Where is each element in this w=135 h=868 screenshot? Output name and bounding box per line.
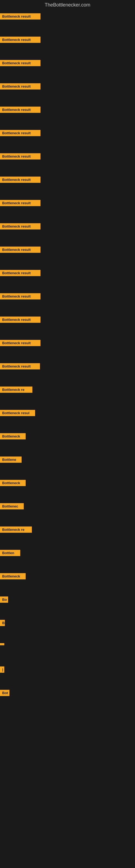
bottleneck-result-label: Bottleneck result (0, 60, 41, 66)
list-item: Bottleneck result (0, 221, 135, 244)
list-item: Bottleneck result (0, 34, 135, 58)
bottleneck-result-label: Bottleneck (0, 573, 26, 579)
bottleneck-result-label: Bottleneck result (0, 37, 41, 43)
bottleneck-result-label: Bottleneck result (0, 13, 41, 20)
list-item (0, 641, 135, 664)
bottleneck-result-label: Bottleneck (0, 480, 26, 486)
list-item: Bottleneck result (0, 11, 135, 34)
bottleneck-result-label: Bottleneck result (0, 340, 41, 346)
list-item: Bottlene (0, 454, 135, 478)
list-item: Bottleneck result (0, 58, 135, 81)
list-item: Bottleneck re (0, 384, 135, 408)
bottleneck-result-label: Bottleneck result (0, 316, 41, 323)
list-item: Bottleneck result (0, 128, 135, 151)
bottleneck-result-label: | (0, 666, 4, 673)
list-item: Bottleneck result (0, 361, 135, 384)
list-item: Bottleneck (0, 478, 135, 501)
list-item: Bottleneck (0, 431, 135, 454)
list-item: Bottleneck result (0, 198, 135, 221)
list-item: Bottleneck resul (0, 408, 135, 431)
list-item: Bottleneck result (0, 175, 135, 198)
bottleneck-result-label: Bottlenec (0, 503, 24, 509)
list-item: Bottlen (0, 548, 135, 571)
bottleneck-result-label (0, 643, 4, 645)
list-item: Bottleneck result (0, 338, 135, 361)
bottleneck-result-label: Bottleneck re (0, 386, 32, 393)
bottleneck-result-label: Bottlen (0, 550, 20, 556)
list-item: Bottleneck result (0, 291, 135, 314)
bottleneck-result-label: Bot (0, 690, 9, 696)
bottleneck-result-label: Bottleneck result (0, 270, 41, 276)
list-item: Bottleneck result (0, 244, 135, 268)
list-item: Bottleneck result (0, 104, 135, 128)
list-item: Bottleneck result (0, 314, 135, 338)
bottleneck-result-label: B (0, 620, 5, 626)
bottleneck-result-label: Bottleneck resul (0, 410, 35, 416)
bottleneck-result-label: Bottleneck result (0, 247, 41, 253)
list-item: | (0, 664, 135, 688)
list-item: Bottleneck result (0, 268, 135, 291)
list-item: Bottleneck (0, 571, 135, 594)
bottleneck-result-label: Bo (0, 596, 8, 603)
bottleneck-result-label: Bottlene (0, 457, 21, 463)
bottleneck-result-label: Bottleneck result (0, 153, 41, 159)
bottleneck-result-label: Bottleneck result (0, 223, 41, 229)
bottleneck-result-label: Bottleneck re (0, 527, 32, 533)
bottleneck-result-label: Bottleneck result (0, 177, 41, 183)
bottleneck-result-label: Bottleneck result (0, 363, 40, 369)
list-item: Bottlenec (0, 501, 135, 524)
list-item: Bo (0, 594, 135, 618)
bottleneck-result-label: Bottleneck result (0, 106, 41, 113)
list-item: Bottleneck result (0, 81, 135, 104)
bottleneck-result-label: Bottleneck (0, 433, 26, 439)
list-item: Bottleneck re (0, 524, 135, 548)
bottleneck-result-label: Bottleneck result (0, 83, 41, 90)
bottleneck-result-label: Bottleneck result (0, 130, 41, 136)
site-title: TheBottlenecker.com (0, 0, 135, 11)
list-item: Bot (0, 688, 135, 711)
bottleneck-result-label: Bottleneck result (0, 200, 41, 206)
list-item: B (0, 618, 135, 641)
list-item: Bottleneck result (0, 151, 135, 175)
bottleneck-result-label: Bottleneck result (0, 293, 41, 300)
